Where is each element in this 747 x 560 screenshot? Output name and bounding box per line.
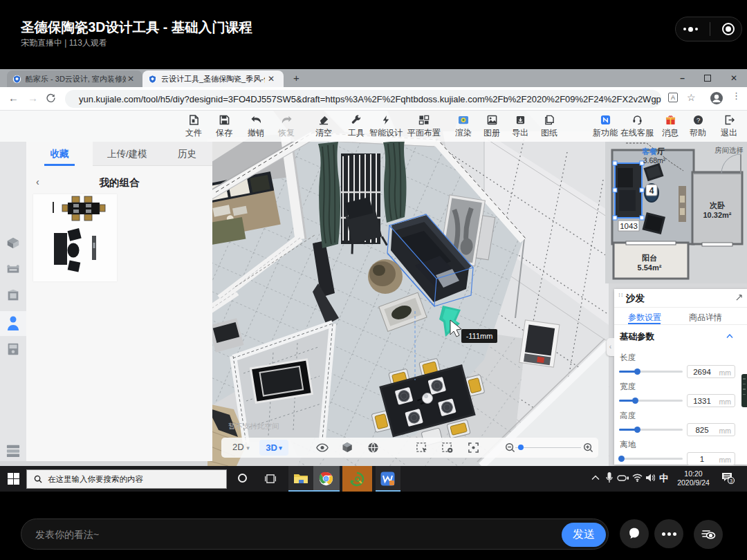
- svg-text:阳台: 阳台: [642, 254, 657, 262]
- svg-text:4: 4: [649, 186, 654, 196]
- svg-text:3: 3: [730, 478, 732, 484]
- svg-text:?: ?: [696, 117, 699, 124]
- svg-text:3.68m²: 3.68m²: [643, 156, 666, 165]
- svg-text:10.32m²: 10.32m²: [703, 211, 732, 219]
- svg-text:客餐厅: 客餐厅: [641, 147, 665, 156]
- svg-text:房间选择: 房间选择: [714, 146, 744, 154]
- svg-text:-111mm: -111mm: [466, 332, 493, 340]
- svg-text:暂不支持此空间: 暂不支持此空间: [228, 422, 279, 430]
- svg-text:5.54m²: 5.54m²: [638, 263, 662, 272]
- svg-text:1043: 1043: [620, 222, 638, 230]
- svg-text:次卧: 次卧: [710, 201, 726, 209]
